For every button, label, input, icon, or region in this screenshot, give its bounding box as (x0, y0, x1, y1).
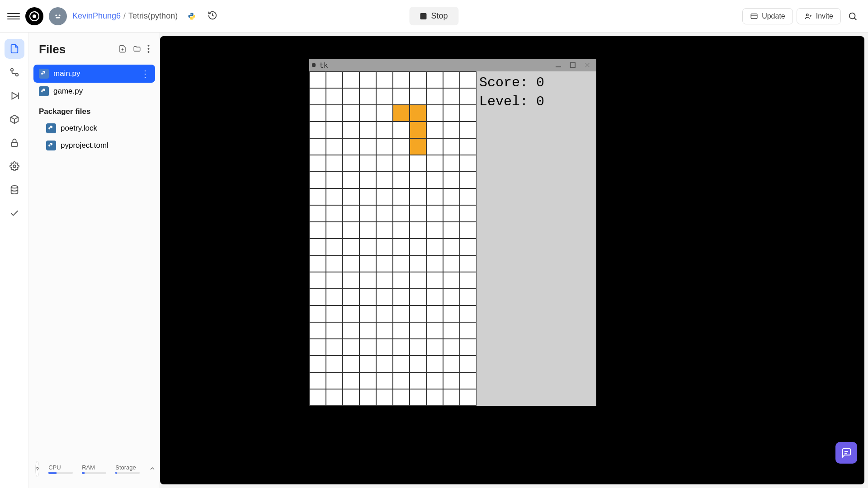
search-button[interactable] (844, 8, 861, 24)
grid-cell (443, 322, 460, 339)
maximize-icon[interactable] (566, 61, 579, 70)
tk-titlebar[interactable]: tk (309, 59, 596, 71)
svg-marker-12 (12, 93, 18, 99)
grid-cell (426, 389, 443, 406)
svg-point-15 (13, 165, 16, 168)
grid-cell (326, 272, 343, 289)
score-label: Score: (479, 75, 528, 90)
rail-settings[interactable] (5, 156, 24, 176)
rail-vcs[interactable] (5, 62, 24, 82)
chevron-up-icon[interactable] (149, 465, 156, 474)
grid-cell (426, 289, 443, 305)
grid-cell (309, 389, 326, 406)
grid-cell (393, 339, 410, 356)
rail-database[interactable] (5, 180, 24, 200)
grid-cell (393, 138, 410, 155)
grid-cell (460, 222, 476, 239)
grid-cell (343, 389, 359, 406)
rail-secrets[interactable] (5, 133, 24, 153)
grid-cell (426, 239, 443, 255)
grid-cell (443, 339, 460, 356)
window-icon (312, 63, 316, 67)
grid-cell (393, 305, 410, 322)
new-folder-button[interactable] (133, 45, 141, 55)
grid-cell (376, 222, 393, 239)
breadcrumb-repo[interactable]: Tetris(python) (128, 11, 178, 21)
chat-button[interactable] (835, 442, 857, 464)
grid-cell (309, 255, 326, 272)
grid-cell (393, 188, 410, 205)
breadcrumb-separator: / (123, 11, 126, 21)
file-item-game[interactable]: game.py (33, 83, 155, 100)
stop-button[interactable]: Stop (409, 7, 458, 25)
grid-cell (393, 322, 410, 339)
breadcrumb-user[interactable]: KevinPhung6 (72, 11, 121, 21)
grid-cell (326, 105, 343, 122)
grid-cell (376, 339, 393, 356)
user-avatar[interactable] (49, 7, 67, 25)
menu-button[interactable] (7, 10, 20, 23)
packager-files-label: Packager files (33, 100, 155, 120)
svg-point-2 (56, 14, 57, 16)
grid-cell (343, 339, 359, 356)
ram-label: RAM (82, 464, 106, 471)
update-button[interactable]: Update (742, 8, 793, 24)
file-item-main[interactable]: main.py ⋮ (33, 65, 155, 83)
grid-cell (309, 272, 326, 289)
grid-cell (393, 71, 410, 88)
rail-files[interactable] (5, 39, 24, 59)
grid-cell (359, 356, 376, 372)
grid-cell (343, 188, 359, 205)
grid-cell (426, 205, 443, 222)
minimize-icon[interactable] (552, 61, 565, 70)
grid-cell (410, 188, 426, 205)
grid-cell (426, 88, 443, 105)
grid-cell (460, 272, 476, 289)
file-more-icon[interactable]: ⋮ (141, 68, 150, 79)
grid-cell (359, 88, 376, 105)
output-pane[interactable]: tk Score: 0 Level: 0 (160, 36, 864, 484)
rail-debug[interactable] (5, 86, 24, 106)
grid-cell (443, 88, 460, 105)
grid-cell (443, 138, 460, 155)
invite-button[interactable]: Invite (797, 8, 841, 24)
grid-cell (443, 305, 460, 322)
grid-cell (460, 172, 476, 188)
grid-cell (359, 105, 376, 122)
file-item-poetry-lock[interactable]: poetry.lock (33, 120, 155, 137)
more-button[interactable] (147, 45, 150, 55)
file-name: poetry.lock (61, 124, 97, 133)
new-file-button[interactable] (118, 45, 127, 55)
grid-cell (410, 255, 426, 272)
grid-cell (393, 272, 410, 289)
grid-cell (410, 138, 426, 155)
replit-logo[interactable] (25, 7, 43, 25)
level-value: 0 (536, 94, 544, 109)
grid-cell (359, 138, 376, 155)
rail-packages[interactable] (5, 109, 24, 129)
grid-cell (326, 138, 343, 155)
svg-point-11 (15, 74, 18, 76)
grid-cell (410, 71, 426, 88)
history-icon[interactable] (208, 10, 217, 22)
grid-cell (393, 239, 410, 255)
grid-cell (343, 322, 359, 339)
grid-cell (309, 305, 326, 322)
grid-cell (309, 105, 326, 122)
stop-icon (420, 13, 426, 19)
rail-check[interactable] (5, 203, 24, 223)
grid-cell (343, 239, 359, 255)
help-button[interactable]: ? (35, 461, 39, 477)
close-icon[interactable] (581, 61, 594, 70)
grid-cell (343, 305, 359, 322)
grid-cell (326, 205, 343, 222)
grid-cell (460, 105, 476, 122)
grid-cell (393, 255, 410, 272)
grid-cell (410, 105, 426, 122)
grid-cell (393, 356, 410, 372)
grid-cell (359, 389, 376, 406)
grid-cell (309, 138, 326, 155)
grid-cell (376, 289, 393, 305)
file-item-pyproject[interactable]: pyproject.toml (33, 137, 155, 154)
grid-cell (343, 356, 359, 372)
